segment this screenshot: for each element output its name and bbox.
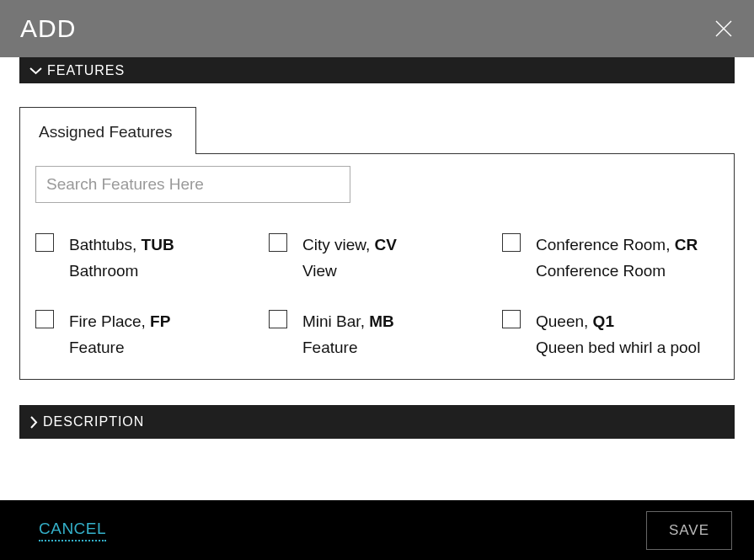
features-panel: Bathtubs, TUB Bathroom City view, CV Vie… (19, 153, 735, 380)
section-title-description: DESCRIPTION (43, 414, 144, 429)
close-icon[interactable] (714, 19, 734, 39)
feature-text: Fire Place, FP Feature (69, 308, 170, 361)
checkbox[interactable] (35, 310, 54, 328)
checkbox[interactable] (269, 310, 287, 328)
features-grid: Bathtubs, TUB Bathroom City view, CV Vie… (35, 232, 719, 360)
feature-text: Queen, Q1 Queen bed whirl a pool (536, 308, 700, 361)
list-item: Mini Bar, MB Feature (269, 308, 485, 361)
checkbox[interactable] (502, 233, 521, 252)
section-header-features[interactable]: FEATURES (19, 57, 735, 83)
cancel-button[interactable]: CANCEL (39, 520, 106, 541)
checkbox[interactable] (35, 233, 54, 252)
list-item: Bathtubs, TUB Bathroom (35, 232, 252, 285)
list-item: Conference Room, CR Conference Room (502, 232, 719, 285)
chevron-down-icon (29, 67, 42, 75)
chevron-right-icon (29, 416, 38, 429)
feature-text: Bathtubs, TUB Bathroom (69, 232, 174, 285)
feature-text: Conference Room, CR Conference Room (536, 232, 698, 285)
section-header-description[interactable]: DESCRIPTION (19, 405, 735, 439)
tabs-row: Assigned Features (19, 107, 735, 154)
feature-text: Mini Bar, MB Feature (302, 308, 394, 361)
modal-footer: CANCEL SAVE (0, 500, 754, 560)
modal-body: FEATURES Assigned Features Bathtubs, TUB… (0, 57, 754, 500)
modal-header: ADD (0, 0, 754, 57)
list-item: City view, CV View (269, 232, 485, 285)
spacer (19, 439, 735, 489)
checkbox[interactable] (269, 233, 287, 252)
tab-assigned-features[interactable]: Assigned Features (19, 107, 196, 154)
search-input[interactable] (35, 166, 350, 203)
feature-text: City view, CV View (302, 232, 397, 285)
checkbox[interactable] (502, 310, 521, 328)
save-button[interactable]: SAVE (646, 511, 732, 550)
list-item: Queen, Q1 Queen bed whirl a pool (502, 308, 719, 361)
modal-title: ADD (20, 14, 76, 43)
list-item: Fire Place, FP Feature (35, 308, 252, 361)
section-title-features: FEATURES (47, 63, 125, 78)
